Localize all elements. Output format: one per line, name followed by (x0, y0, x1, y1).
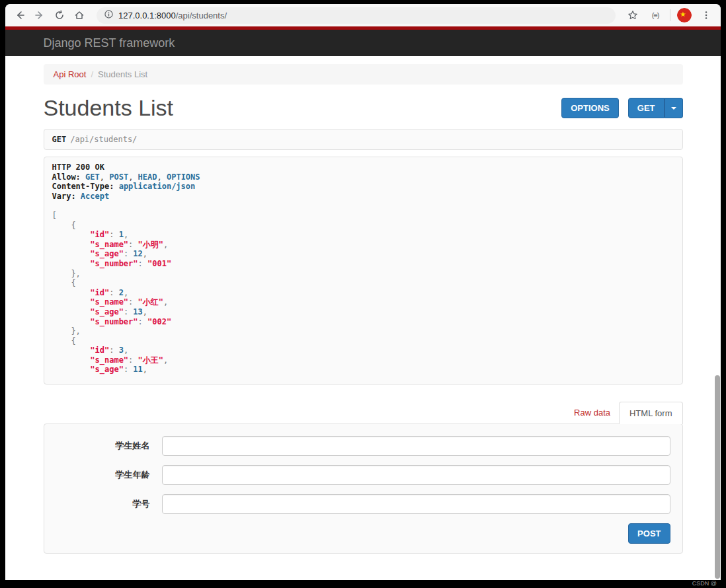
form-row: 学生姓名 (56, 436, 670, 456)
drf-brand: Django REST framework (44, 36, 175, 50)
form-field-label: 学号 (56, 498, 162, 510)
forward-icon[interactable] (32, 7, 48, 23)
form-field-label: 学生年龄 (56, 469, 162, 481)
breadcrumb-current: Students List (98, 69, 147, 79)
breadcrumb: Api Root/Students List (44, 64, 683, 85)
url-bar[interactable]: 127.0.0.1:8000/api/students/ (97, 7, 616, 24)
toolbar-divider (670, 9, 670, 21)
page-scrollbar-thumb[interactable] (715, 375, 720, 579)
options-button[interactable]: OPTIONS (561, 98, 619, 118)
response-box: HTTP 200 OK Allow: GET, POST, HEAD, OPTI… (44, 157, 683, 385)
browser-menu-icon[interactable] (698, 7, 714, 23)
html-form-panel: 学生姓名学生年龄学号 POST (44, 423, 683, 554)
get-dropdown-button[interactable] (665, 98, 683, 118)
drf-navbar: Django REST framework (5, 30, 721, 56)
form-field-input[interactable] (162, 436, 670, 456)
url-host: 127.0.0.1:8000 (118, 11, 176, 20)
bookmark-star-icon[interactable] (625, 7, 641, 23)
breadcrumb-separator: / (91, 69, 93, 79)
post-button[interactable]: POST (628, 523, 670, 544)
browser-window: 127.0.0.1:8000/api/students/ (≡) Django … (5, 4, 721, 580)
profile-avatar[interactable] (677, 8, 692, 22)
reload-icon[interactable] (52, 7, 67, 23)
response-body: HTTP 200 OK Allow: GET, POST, HEAD, OPTI… (52, 163, 674, 375)
form-field-label: 学生姓名 (56, 440, 162, 452)
form-row: 学号 (56, 494, 670, 514)
url-path: /api/students/ (176, 11, 227, 20)
tab-raw-data[interactable]: Raw data (565, 402, 619, 423)
extension-icon[interactable]: (≡) (647, 7, 663, 23)
form-field-input[interactable] (162, 465, 670, 485)
form-field-input[interactable] (162, 494, 670, 514)
request-path: /api/students/ (70, 135, 137, 144)
get-button-group: GET (628, 98, 683, 118)
form-row: 学生年龄 (56, 465, 670, 485)
chevron-down-icon (671, 107, 676, 110)
site-info-icon[interactable] (104, 10, 113, 20)
request-line: GET/api/students/ (44, 129, 683, 150)
home-icon[interactable] (71, 7, 87, 23)
page-title: Students List (44, 95, 174, 121)
url-text: 127.0.0.1:8000/api/students/ (118, 11, 227, 20)
breadcrumb-api-root-link[interactable]: Api Root (54, 69, 87, 79)
content-tabs: Raw data HTML form (44, 402, 683, 423)
watermark: CSDN @ (692, 580, 717, 587)
tab-html-form[interactable]: HTML form (619, 402, 683, 424)
request-method: GET (52, 135, 67, 144)
get-button[interactable]: GET (628, 98, 665, 118)
back-icon[interactable] (12, 7, 28, 23)
browser-toolbar: 127.0.0.1:8000/api/students/ (≡) (5, 4, 721, 26)
